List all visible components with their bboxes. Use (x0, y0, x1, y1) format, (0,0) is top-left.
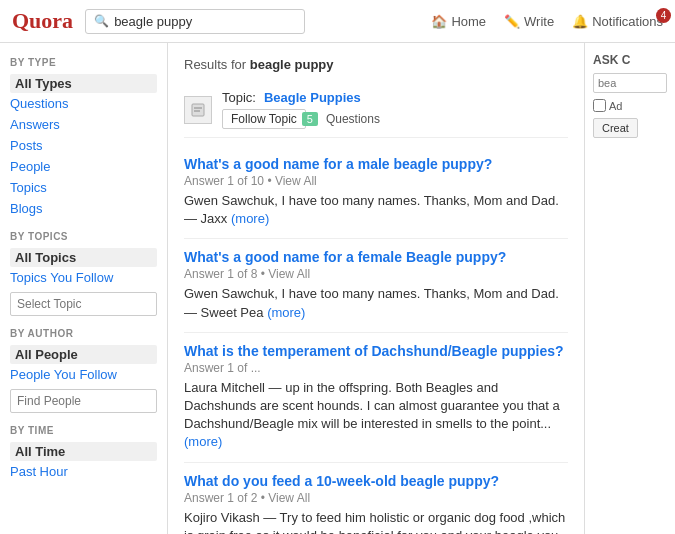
follow-count: 5 (302, 112, 318, 126)
topic-title-row: Topic: Beagle Puppies (222, 90, 380, 105)
sidebar-item-blogs[interactable]: Blogs (10, 198, 157, 219)
sidebar-item-past-hour[interactable]: Past Hour (10, 461, 157, 482)
sidebar-item-people-you-follow[interactable]: People You Follow (10, 364, 157, 385)
quora-logo: Quora (12, 8, 73, 34)
nav-notifications-label: Notifications (592, 14, 663, 29)
result-question[interactable]: What do you feed a 10-week-old beagle pu… (184, 473, 499, 489)
result-item: What do you feed a 10-week-old beagle pu… (184, 463, 568, 535)
nav-notifications[interactable]: 🔔 Notifications 4 (572, 14, 663, 29)
by-type-label: BY TYPE (10, 57, 157, 68)
home-icon: 🏠 (431, 14, 447, 29)
ask-checkbox-row: Ad (593, 99, 667, 112)
result-meta: Answer 1 of 10 • View All (184, 174, 568, 188)
sidebar-item-all-people[interactable]: All People (10, 345, 157, 364)
topic-icon (184, 96, 212, 124)
topic-questions-label: Questions (326, 112, 380, 126)
nav-home[interactable]: 🏠 Home (431, 14, 486, 29)
result-item: What is the temperament of Dachshund/Bea… (184, 333, 568, 463)
edit-icon: ✏️ (504, 14, 520, 29)
topic-prefix: Topic: (222, 90, 256, 105)
result-more[interactable]: (more) (231, 211, 269, 226)
right-panel: ASK C Ad Creat (585, 43, 675, 534)
search-bar[interactable]: 🔍 (85, 9, 305, 34)
results-query: beagle puppy (250, 57, 334, 72)
by-topics-label: BY TOPICS (10, 231, 157, 242)
header: Quora 🔍 🏠 Home ✏️ Write 🔔 Notifications … (0, 0, 675, 43)
ask-label: ASK C (593, 53, 667, 67)
results-header: Results for beagle puppy (184, 57, 568, 72)
sidebar-item-posts[interactable]: Posts (10, 135, 157, 156)
sidebar-item-all-types[interactable]: All Types (10, 74, 157, 93)
main-layout: BY TYPE All Types Questions Answers Post… (0, 43, 675, 534)
sidebar-item-questions[interactable]: Questions (10, 93, 157, 114)
sidebar-item-answers[interactable]: Answers (10, 114, 157, 135)
result-question[interactable]: What's a good name for a female Beagle p… (184, 249, 506, 265)
results-area: Results for beagle puppy Topic: Beagle P… (168, 43, 585, 534)
sidebar-item-all-topics[interactable]: All Topics (10, 248, 157, 267)
ask-checkbox-label: Ad (609, 100, 622, 112)
select-topic-input[interactable] (10, 292, 157, 316)
result-more[interactable]: (more) (267, 305, 305, 320)
notification-badge: 4 (656, 8, 671, 23)
result-snippet: Laura Mitchell — up in the offspring. Bo… (184, 379, 568, 452)
result-meta: Answer 1 of 2 • View All (184, 491, 568, 505)
search-input[interactable] (114, 14, 296, 29)
result-question[interactable]: What is the temperament of Dachshund/Bea… (184, 343, 564, 359)
topic-info: Topic: Beagle Puppies Follow Topic 5 Que… (222, 90, 380, 129)
sidebar: BY TYPE All Types Questions Answers Post… (0, 43, 168, 534)
nav-items: 🏠 Home ✏️ Write 🔔 Notifications 4 (431, 14, 663, 29)
result-meta: Answer 1 of 8 • View All (184, 267, 568, 281)
sidebar-item-all-time[interactable]: All Time (10, 442, 157, 461)
sidebar-item-people[interactable]: People (10, 156, 157, 177)
result-item: What's a good name for a female Beagle p… (184, 239, 568, 332)
topic-link[interactable]: Beagle Puppies (264, 90, 361, 105)
nav-home-label: Home (451, 14, 486, 29)
result-snippet: Kojiro Vikash — Try to feed him holistic… (184, 509, 568, 535)
create-button[interactable]: Creat (593, 118, 638, 138)
by-time-label: BY TIME (10, 425, 157, 436)
results-prefix: Results for (184, 57, 250, 72)
bell-icon: 🔔 (572, 14, 588, 29)
nav-write-label: Write (524, 14, 554, 29)
find-people-input[interactable] (10, 389, 157, 413)
by-author-label: BY AUTHOR (10, 328, 157, 339)
svg-rect-0 (192, 104, 204, 116)
result-question[interactable]: What's a good name for a male beagle pup… (184, 156, 492, 172)
result-snippet: Gwen Sawchuk, I have too many names. Tha… (184, 192, 568, 228)
result-snippet: Gwen Sawchuk, I have too many names. Tha… (184, 285, 568, 321)
result-more[interactable]: (more) (184, 434, 222, 449)
topic-card: Topic: Beagle Puppies Follow Topic 5 Que… (184, 82, 568, 138)
nav-write[interactable]: ✏️ Write (504, 14, 554, 29)
sidebar-item-topics[interactable]: Topics (10, 177, 157, 198)
ask-checkbox[interactable] (593, 99, 606, 112)
result-item: What's a good name for a male beagle pup… (184, 146, 568, 239)
follow-topic-button[interactable]: Follow Topic (222, 109, 306, 129)
result-meta: Answer 1 of ... (184, 361, 568, 375)
sidebar-item-topics-you-follow[interactable]: Topics You Follow (10, 267, 157, 288)
search-icon: 🔍 (94, 14, 109, 28)
ask-input[interactable] (593, 73, 667, 93)
